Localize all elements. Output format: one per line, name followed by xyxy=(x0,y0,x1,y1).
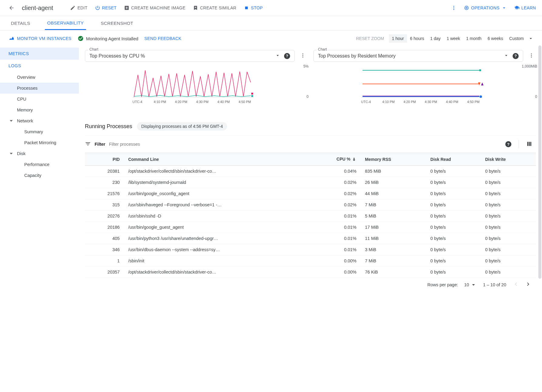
help-icon[interactable]: ? xyxy=(513,53,519,59)
zoom-6-weeks[interactable]: 6 weeks xyxy=(484,34,506,43)
tab-details[interactable]: DETAILS xyxy=(8,17,33,29)
chevron-down-icon xyxy=(504,53,509,58)
col-mem[interactable]: Memory RSS xyxy=(361,153,426,166)
chart-cpu-more[interactable] xyxy=(298,53,307,59)
table-row[interactable]: 20276/usr/sbin/sshd -D0.01%5 MiB0 byte/s… xyxy=(85,211,536,222)
tab-observability[interactable]: OBSERVABILITY xyxy=(45,17,86,30)
check-circle-icon xyxy=(78,35,84,42)
stop-button[interactable]: STOP xyxy=(244,5,263,11)
svg-text:4:10 PM: 4:10 PM xyxy=(382,100,395,104)
sidebar-item-summary[interactable]: Summary xyxy=(0,126,79,137)
chart-memory-plot[interactable]: UTC-44:10 PM4:20 PM4:30 PM4:40 PM4:50 PM xyxy=(313,64,536,110)
create-similar-button[interactable]: CREATE SIMILAR xyxy=(193,5,236,11)
table-row[interactable]: 20357/opt/stackdriver/collectd/sbin/stac… xyxy=(85,267,536,278)
monitor-vm-link[interactable]: MONITOR VM INSTANCES xyxy=(8,35,72,42)
reset-zoom-label[interactable]: RESET ZOOM xyxy=(356,36,384,41)
col-cmd[interactable]: Command Line xyxy=(124,153,307,166)
reset-button[interactable]: RESET xyxy=(95,5,117,11)
operations-button[interactable]: OPERATIONS xyxy=(464,5,507,11)
sidebar-item-memory[interactable]: Memory xyxy=(0,105,79,115)
table-row[interactable]: 21576/usr/bin/google_osconfig_agent0.02%… xyxy=(85,188,536,199)
columns-icon[interactable] xyxy=(526,141,532,148)
operations-icon xyxy=(464,5,469,11)
chart-cpu-plot[interactable]: UTC-44:10 PM4:20 PM4:30 PM4:40 PM4:50 PM xyxy=(85,64,307,110)
edit-button[interactable]: EDIT xyxy=(70,5,87,11)
sidebar-item-packet-mirroring[interactable]: Packet Mirroring xyxy=(0,137,79,148)
bookmark-plus-icon xyxy=(193,5,198,11)
sidebar-item-processes[interactable]: Processes xyxy=(0,83,79,94)
svg-text:UTC-4: UTC-4 xyxy=(132,100,142,104)
table-row[interactable]: 20381/opt/stackdriver/collectd/sbin/stac… xyxy=(85,166,536,177)
sidebar-item-overview[interactable]: Overview xyxy=(0,72,79,83)
filter-label: Filter xyxy=(95,142,105,147)
pager: Rows per page: 10 1 – 10 of 20 xyxy=(85,278,536,291)
charts-row: Chart Top Processes by CPU % ? 5% 0 xyxy=(85,50,536,111)
chart-mem-ytop: 1,000MiB xyxy=(522,64,537,68)
chevron-down-icon[interactable] xyxy=(528,36,534,41)
sidebar-item-disk[interactable]: Disk xyxy=(0,148,79,159)
sidebar-item-cpu[interactable]: CPU xyxy=(0,94,79,105)
create-similar-label: CREATE SIMILAR xyxy=(200,5,236,10)
chart-memory: Chart Top Processes by Resident Memory ?… xyxy=(313,50,536,111)
zoom-1-hour[interactable]: 1 hour xyxy=(389,34,407,43)
header-actions: EDIT RESET CREATE MACHINE IMAGE CREATE S… xyxy=(70,5,263,11)
table-row[interactable]: 315/usr/sbin/haveged --Foreground --verb… xyxy=(85,199,536,211)
sidebar-logs[interactable]: LOGS xyxy=(0,60,79,72)
svg-text:4:20 PM: 4:20 PM xyxy=(403,100,416,104)
agent-status-label: Monitoring Agent Installed xyxy=(86,36,139,41)
learn-button[interactable]: LEARN xyxy=(514,5,536,11)
col-pid[interactable]: PID xyxy=(85,153,124,166)
more-vert-icon xyxy=(451,5,457,11)
svg-point-18 xyxy=(531,55,532,56)
col-write[interactable]: Disk Write xyxy=(481,153,536,166)
prev-page-button[interactable] xyxy=(512,281,519,288)
table-row[interactable]: 230/lib/systemd/systemd-journald0.02%26 … xyxy=(85,177,536,188)
arrow-down-icon xyxy=(352,157,356,162)
agent-status: Monitoring Agent Installed xyxy=(78,35,139,42)
help-icon[interactable]: ? xyxy=(505,141,511,147)
sidebar-item-network[interactable]: Network xyxy=(0,115,79,126)
col-read[interactable]: Disk Read xyxy=(426,153,481,166)
table-row[interactable]: 20186/usr/bin/google_guest_agent0.01%17 … xyxy=(85,222,536,233)
create-machine-image-button[interactable]: CREATE MACHINE IMAGE xyxy=(124,5,186,11)
chart-selector-cpu[interactable]: Chart Top Processes by CPU % ? xyxy=(85,50,295,62)
zoom-1-week[interactable]: 1 week xyxy=(443,34,463,43)
svg-point-7 xyxy=(303,57,303,58)
back-button[interactable] xyxy=(6,2,17,13)
zoom-1-month[interactable]: 1 month xyxy=(463,34,485,43)
next-page-button[interactable] xyxy=(525,281,532,288)
monitor-vm-label: MONITOR VM INSTANCES xyxy=(17,36,72,41)
scrollbar[interactable] xyxy=(538,45,541,279)
chart-cpu-title: Top Processes by CPU % xyxy=(89,53,145,59)
rows-per-page-select[interactable]: 10 xyxy=(464,281,477,288)
tab-screenshot[interactable]: SCREENSHOT xyxy=(98,17,136,29)
sidebar-metrics[interactable]: METRICS xyxy=(0,48,79,60)
zoom-1-day[interactable]: 1 day xyxy=(427,34,443,43)
sidebar-item-capacity[interactable]: Capacity xyxy=(0,170,79,181)
send-feedback-link[interactable]: SEND FEEDBACK xyxy=(144,36,181,41)
table-row[interactable]: 1/sbin/init0.00%7 MiB0 byte/s0 byte/s xyxy=(85,255,536,267)
zoom-custom[interactable]: Custom xyxy=(506,34,527,43)
pencil-icon xyxy=(70,5,75,11)
main-content: Chart Top Processes by CPU % ? 5% 0 xyxy=(79,46,542,297)
chart-memory-more[interactable] xyxy=(527,53,536,59)
operations-label: OPERATIONS xyxy=(471,5,500,10)
svg-point-2 xyxy=(453,9,454,10)
table-row[interactable]: 405/usr/bin/python3 /usr/share/unattende… xyxy=(85,233,536,244)
zoom-6-hours[interactable]: 6 hours xyxy=(407,34,427,43)
more-vert-icon xyxy=(300,53,306,58)
svg-text:UTC-4: UTC-4 xyxy=(361,100,371,104)
more-actions-button[interactable] xyxy=(451,5,457,11)
plus-box-icon xyxy=(124,5,129,11)
tabs: DETAILS OBSERVABILITY SCREENSHOT xyxy=(0,16,542,31)
col-cpu[interactable]: CPU % xyxy=(307,153,361,166)
table-row[interactable]: 346/usr/bin/dbus-daemon --system --addre… xyxy=(85,244,536,255)
chart-selector-memory[interactable]: Chart Top Processes by Resident Memory ? xyxy=(313,50,523,62)
chart-memory-title: Top Processes by Resident Memory xyxy=(318,53,396,59)
help-icon[interactable]: ? xyxy=(284,53,290,59)
filter-input[interactable] xyxy=(109,142,502,147)
svg-point-1 xyxy=(453,8,454,8)
monitor-chart-icon xyxy=(8,35,15,42)
svg-point-19 xyxy=(531,57,532,58)
sidebar-item-performance[interactable]: Performance xyxy=(0,159,79,170)
